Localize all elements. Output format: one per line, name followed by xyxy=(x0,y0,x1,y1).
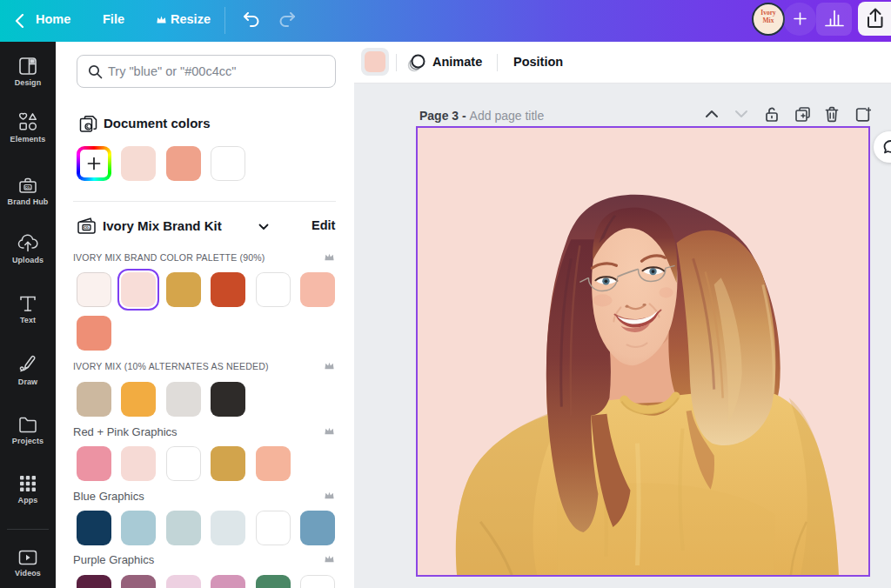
svg-text:co.: co. xyxy=(25,185,31,190)
svg-text:co.: co. xyxy=(84,224,90,230)
